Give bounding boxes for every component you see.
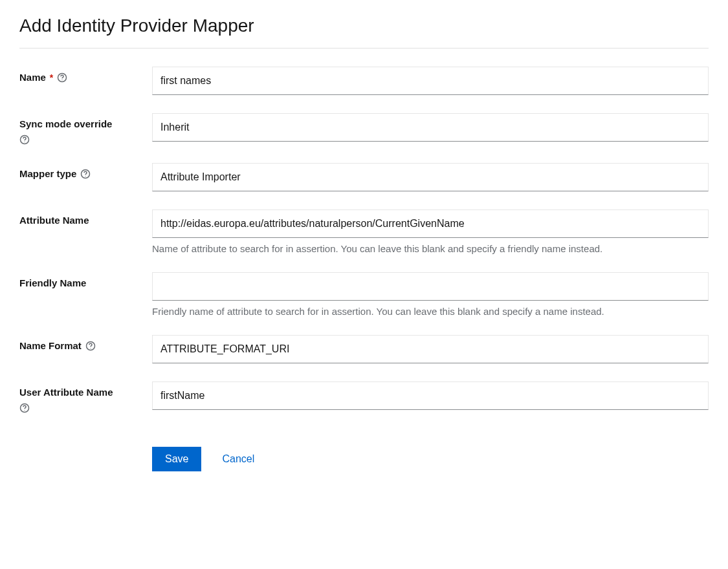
label-text-user-attr: User Attribute Name [19,387,113,398]
form-row-user-attr: User Attribute Name [19,381,709,413]
save-button[interactable]: Save [152,447,201,471]
question-circle-icon [85,341,96,351]
required-indicator: * [50,72,53,83]
help-icon-mapper-type[interactable] [80,169,91,179]
question-circle-icon [19,134,30,145]
page-title: Add Identity Provider Mapper [19,16,709,48]
label-text-mapper-type: Mapper type [19,168,76,179]
label-text-friendly: Friendly Name [19,277,86,288]
name-format-value: ATTRIBUTE_FORMAT_URI [160,343,289,355]
sync-mode-select[interactable]: Inherit [152,113,709,142]
label-text-name: Name [19,72,46,83]
mapper-type-display: Attribute Importer [152,163,709,191]
question-circle-icon [57,72,67,83]
form-row-name: Name * [19,67,709,95]
form-row-mapper-type: Mapper type Attribute Importer [19,163,709,191]
question-circle-icon [80,169,91,179]
help-icon-user-attr[interactable] [19,403,30,413]
label-text-name-format: Name Format [19,340,82,351]
sync-mode-value: Inherit [160,122,189,133]
name-input[interactable] [152,67,709,95]
friendly-helper: Friendly name of attribute to search for… [152,306,709,317]
name-format-select[interactable]: ATTRIBUTE_FORMAT_URI [152,335,709,363]
attribute-name-input[interactable] [152,209,709,238]
attr-name-helper: Name of attribute to search for in asser… [152,243,709,254]
help-icon-sync[interactable] [19,134,30,145]
help-icon-name-format[interactable] [85,341,96,351]
label-friendly: Friendly Name [19,272,152,288]
label-user-attr: User Attribute Name [19,381,152,413]
label-sync: Sync mode override [19,113,152,145]
question-circle-icon [19,403,30,413]
svg-point-5 [85,175,86,176]
label-text-sync: Sync mode override [19,118,112,129]
help-icon-name[interactable] [57,72,67,83]
label-name: Name * [19,67,152,83]
label-mapper-type: Mapper type [19,163,152,179]
label-attr-name: Attribute Name [19,209,152,226]
label-text-attr-name: Attribute Name [19,215,89,226]
svg-point-9 [24,410,25,411]
svg-point-1 [62,79,63,80]
svg-point-3 [24,142,25,142]
form-row-sync: Sync mode override Inherit [19,113,709,145]
user-attribute-name-input[interactable] [152,381,709,410]
svg-point-7 [90,347,91,348]
button-row: Save Cancel [152,447,709,471]
friendly-name-input[interactable] [152,272,709,301]
cancel-button[interactable]: Cancel [222,447,254,471]
label-name-format: Name Format [19,335,152,351]
mapper-type-value: Attribute Importer [160,171,241,183]
form-row-attr-name: Attribute Name Name of attribute to sear… [19,209,709,254]
form-row-friendly: Friendly Name Friendly name of attribute… [19,272,709,317]
form-row-name-format: Name Format ATTRIBUTE_FORMAT_URI [19,335,709,363]
